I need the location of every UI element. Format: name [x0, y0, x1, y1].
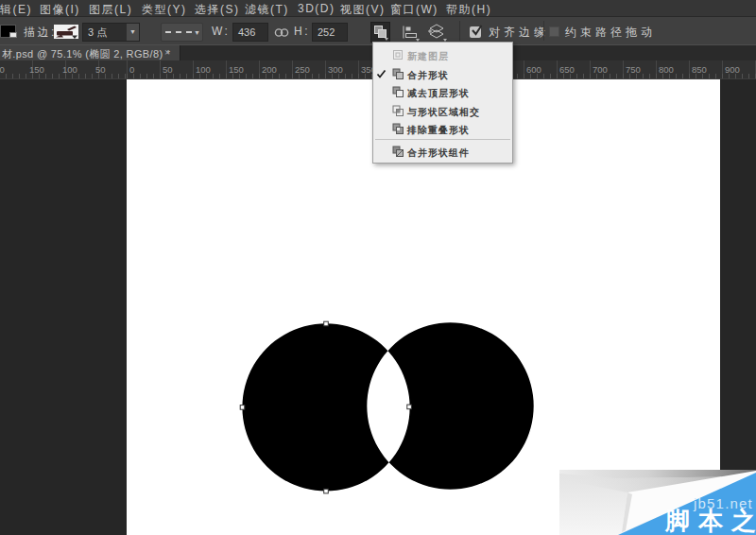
svg-text:脚本之家: 脚本之家	[664, 507, 756, 535]
